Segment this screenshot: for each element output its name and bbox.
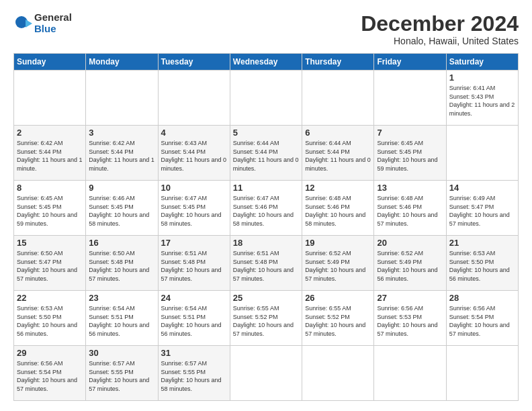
calendar-cell bbox=[14, 71, 86, 126]
day-info: Sunrise: 6:51 AMSunset: 5:48 PMDaylight:… bbox=[161, 249, 227, 283]
day-number: 28 bbox=[449, 293, 515, 303]
calendar-cell: 26Sunrise: 6:55 AMSunset: 5:52 PMDayligh… bbox=[302, 291, 374, 346]
calendar-cell: 18Sunrise: 6:51 AMSunset: 5:48 PMDayligh… bbox=[230, 236, 302, 291]
day-number: 10 bbox=[161, 183, 227, 193]
calendar-cell: 29Sunrise: 6:56 AMSunset: 5:54 PMDayligh… bbox=[14, 346, 86, 401]
calendar-cell: 4Sunrise: 6:43 AMSunset: 5:44 PMDaylight… bbox=[158, 126, 230, 181]
day-info: Sunrise: 6:42 AMSunset: 5:44 PMDaylight:… bbox=[89, 139, 154, 173]
day-info: Sunrise: 6:47 AMSunset: 5:45 PMDaylight:… bbox=[161, 194, 227, 228]
day-info: Sunrise: 6:53 AMSunset: 5:50 PMDaylight:… bbox=[17, 304, 83, 338]
day-number: 31 bbox=[161, 348, 227, 358]
calendar-cell: 31Sunrise: 6:57 AMSunset: 5:55 PMDayligh… bbox=[158, 346, 230, 401]
page: General Blue December 2024 Honalo, Hawai… bbox=[0, 0, 532, 411]
calendar-header-wednesday: Wednesday bbox=[230, 54, 302, 71]
day-info: Sunrise: 6:42 AMSunset: 5:44 PMDaylight:… bbox=[17, 139, 83, 173]
calendar-cell: 9Sunrise: 6:46 AMSunset: 5:45 PMDaylight… bbox=[86, 181, 158, 236]
day-info: Sunrise: 6:56 AMSunset: 5:53 PMDaylight:… bbox=[377, 304, 443, 338]
day-number: 22 bbox=[17, 293, 83, 303]
calendar-cell: 30Sunrise: 6:57 AMSunset: 5:55 PMDayligh… bbox=[86, 346, 158, 401]
day-info: Sunrise: 6:56 AMSunset: 5:54 PMDaylight:… bbox=[17, 359, 83, 393]
day-number: 3 bbox=[89, 128, 154, 138]
day-number: 29 bbox=[17, 348, 83, 358]
calendar-cell: 23Sunrise: 6:54 AMSunset: 5:51 PMDayligh… bbox=[86, 291, 158, 346]
calendar-cell bbox=[374, 71, 446, 126]
day-info: Sunrise: 6:51 AMSunset: 5:48 PMDaylight:… bbox=[233, 249, 299, 283]
day-info: Sunrise: 6:47 AMSunset: 5:46 PMDaylight:… bbox=[233, 194, 299, 228]
calendar-cell: 7Sunrise: 6:45 AMSunset: 5:45 PMDaylight… bbox=[374, 126, 446, 181]
day-info: Sunrise: 6:49 AMSunset: 5:47 PMDaylight:… bbox=[449, 194, 515, 228]
day-number: 2 bbox=[17, 128, 83, 138]
calendar-header-friday: Friday bbox=[374, 54, 446, 71]
day-number: 17 bbox=[161, 238, 227, 248]
calendar-header-tuesday: Tuesday bbox=[158, 54, 230, 71]
day-number: 4 bbox=[161, 128, 227, 138]
calendar-cell: 17Sunrise: 6:51 AMSunset: 5:48 PMDayligh… bbox=[158, 236, 230, 291]
logo-blue-text: Blue bbox=[34, 24, 72, 35]
header: General Blue December 2024 Honalo, Hawai… bbox=[13, 12, 519, 46]
calendar-cell: 8Sunrise: 6:45 AMSunset: 5:45 PMDaylight… bbox=[14, 181, 86, 236]
logo-general-text: General bbox=[34, 12, 72, 24]
location: Honalo, Hawaii, United States bbox=[361, 36, 519, 46]
day-info: Sunrise: 6:52 AMSunset: 5:49 PMDaylight:… bbox=[305, 249, 371, 283]
day-info: Sunrise: 6:41 AMSunset: 5:43 PMDaylight:… bbox=[449, 84, 515, 118]
calendar-cell: 12Sunrise: 6:48 AMSunset: 5:46 PMDayligh… bbox=[302, 181, 374, 236]
day-number: 14 bbox=[449, 183, 515, 193]
day-info: Sunrise: 6:45 AMSunset: 5:45 PMDaylight:… bbox=[17, 194, 83, 228]
day-number: 30 bbox=[89, 348, 154, 358]
calendar-week-1: 2Sunrise: 6:42 AMSunset: 5:44 PMDaylight… bbox=[14, 126, 519, 181]
title-block: December 2024 Honalo, Hawaii, United Sta… bbox=[361, 12, 519, 46]
day-info: Sunrise: 6:57 AMSunset: 5:55 PMDaylight:… bbox=[161, 359, 227, 393]
day-info: Sunrise: 6:56 AMSunset: 5:54 PMDaylight:… bbox=[449, 304, 515, 338]
day-number: 6 bbox=[305, 128, 371, 138]
svg-marker-1 bbox=[26, 19, 32, 28]
day-number: 26 bbox=[305, 293, 371, 303]
calendar-cell: 15Sunrise: 6:50 AMSunset: 5:47 PMDayligh… bbox=[14, 236, 86, 291]
day-number: 12 bbox=[305, 183, 371, 193]
calendar-week-4: 22Sunrise: 6:53 AMSunset: 5:50 PMDayligh… bbox=[14, 291, 519, 346]
day-number: 9 bbox=[89, 183, 154, 193]
day-info: Sunrise: 6:48 AMSunset: 5:46 PMDaylight:… bbox=[377, 194, 443, 228]
day-number: 7 bbox=[377, 128, 443, 138]
day-number: 11 bbox=[233, 183, 299, 193]
day-number: 19 bbox=[305, 238, 371, 248]
calendar-week-0: 1Sunrise: 6:41 AMSunset: 5:43 PMDaylight… bbox=[14, 71, 519, 126]
calendar-cell: 20Sunrise: 6:52 AMSunset: 5:49 PMDayligh… bbox=[374, 236, 446, 291]
day-info: Sunrise: 6:44 AMSunset: 5:44 PMDaylight:… bbox=[305, 139, 371, 173]
day-number: 8 bbox=[17, 183, 83, 193]
calendar-cell bbox=[374, 346, 446, 401]
month-title: December 2024 bbox=[361, 12, 519, 36]
day-number: 25 bbox=[233, 293, 299, 303]
day-info: Sunrise: 6:50 AMSunset: 5:47 PMDaylight:… bbox=[17, 249, 83, 283]
day-info: Sunrise: 6:44 AMSunset: 5:44 PMDaylight:… bbox=[233, 139, 299, 173]
calendar-cell: 24Sunrise: 6:54 AMSunset: 5:51 PMDayligh… bbox=[158, 291, 230, 346]
day-info: Sunrise: 6:46 AMSunset: 5:45 PMDaylight:… bbox=[89, 194, 154, 228]
day-info: Sunrise: 6:54 AMSunset: 5:51 PMDaylight:… bbox=[89, 304, 154, 338]
calendar-cell: 14Sunrise: 6:49 AMSunset: 5:47 PMDayligh… bbox=[446, 181, 518, 236]
calendar-cell: 6Sunrise: 6:44 AMSunset: 5:44 PMDaylight… bbox=[302, 126, 374, 181]
calendar-cell: 25Sunrise: 6:55 AMSunset: 5:52 PMDayligh… bbox=[230, 291, 302, 346]
calendar-cell: 11Sunrise: 6:47 AMSunset: 5:46 PMDayligh… bbox=[230, 181, 302, 236]
calendar-cell bbox=[230, 346, 302, 401]
day-number: 13 bbox=[377, 183, 443, 193]
calendar-cell bbox=[446, 126, 518, 181]
calendar-cell: 19Sunrise: 6:52 AMSunset: 5:49 PMDayligh… bbox=[302, 236, 374, 291]
day-info: Sunrise: 6:54 AMSunset: 5:51 PMDaylight:… bbox=[161, 304, 227, 338]
day-info: Sunrise: 6:52 AMSunset: 5:49 PMDaylight:… bbox=[377, 249, 443, 283]
day-info: Sunrise: 6:57 AMSunset: 5:55 PMDaylight:… bbox=[89, 359, 154, 393]
calendar-header-sunday: Sunday bbox=[14, 54, 86, 71]
logo-text: General Blue bbox=[34, 12, 72, 34]
calendar-cell bbox=[158, 71, 230, 126]
calendar-week-3: 15Sunrise: 6:50 AMSunset: 5:47 PMDayligh… bbox=[14, 236, 519, 291]
calendar-week-5: 29Sunrise: 6:56 AMSunset: 5:54 PMDayligh… bbox=[14, 346, 519, 401]
calendar-cell: 16Sunrise: 6:50 AMSunset: 5:48 PMDayligh… bbox=[86, 236, 158, 291]
calendar-header-row: SundayMondayTuesdayWednesdayThursdayFrid… bbox=[14, 54, 519, 71]
calendar-cell: 28Sunrise: 6:56 AMSunset: 5:54 PMDayligh… bbox=[446, 291, 518, 346]
logo-icon bbox=[13, 14, 32, 33]
day-info: Sunrise: 6:55 AMSunset: 5:52 PMDaylight:… bbox=[233, 304, 299, 338]
calendar-header-monday: Monday bbox=[86, 54, 158, 71]
day-number: 16 bbox=[89, 238, 154, 248]
day-info: Sunrise: 6:53 AMSunset: 5:50 PMDaylight:… bbox=[449, 249, 515, 283]
calendar-cell: 27Sunrise: 6:56 AMSunset: 5:53 PMDayligh… bbox=[374, 291, 446, 346]
calendar-cell: 13Sunrise: 6:48 AMSunset: 5:46 PMDayligh… bbox=[374, 181, 446, 236]
calendar-header-saturday: Saturday bbox=[446, 54, 518, 71]
